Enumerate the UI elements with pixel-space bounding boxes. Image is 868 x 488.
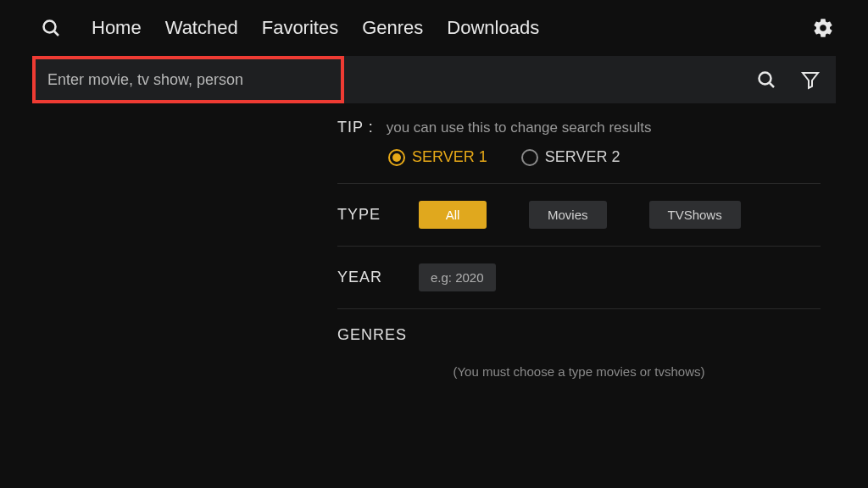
- divider: [337, 183, 821, 184]
- type-movies-button[interactable]: Movies: [529, 201, 607, 229]
- svg-line-1: [54, 31, 58, 36]
- tip-label: TIP :: [337, 119, 374, 136]
- search-input-highlight: [32, 56, 344, 103]
- nav-home[interactable]: Home: [92, 17, 142, 39]
- nav-favorites[interactable]: Favorites: [262, 17, 338, 39]
- nav-watched[interactable]: Watched: [165, 17, 238, 39]
- type-tvshows-button[interactable]: TVShows: [649, 201, 741, 229]
- genres-label: GENRES: [337, 326, 419, 344]
- search-submit-icon[interactable]: [756, 69, 776, 90]
- gear-icon[interactable]: [812, 17, 834, 39]
- server-1-radio[interactable]: SERVER 1: [388, 148, 487, 166]
- search-icon[interactable]: [41, 18, 61, 38]
- type-label: TYPE: [337, 206, 419, 224]
- tip-line: TIP : you can use this to change search …: [337, 119, 821, 136]
- nav-downloads[interactable]: Downloads: [447, 17, 539, 39]
- year-label: YEAR: [337, 269, 419, 286]
- tip-text: you can use this to change search result…: [387, 119, 652, 136]
- search-bar: [32, 56, 836, 103]
- filter-panel: TIP : you can use this to change search …: [337, 119, 821, 379]
- server-1-label: SERVER 1: [412, 148, 487, 166]
- divider: [337, 308, 821, 309]
- server-2-label: SERVER 2: [545, 148, 620, 166]
- year-row: YEAR e.g: 2020: [337, 263, 821, 291]
- server-2-radio[interactable]: SERVER 2: [521, 148, 620, 166]
- divider: [337, 246, 821, 247]
- filter-icon[interactable]: [800, 69, 821, 90]
- svg-point-0: [44, 21, 56, 33]
- svg-marker-4: [803, 73, 818, 88]
- genres-note: (You must choose a type movies or tvshow…: [337, 364, 821, 379]
- svg-line-3: [770, 83, 774, 87]
- year-input[interactable]: e.g: 2020: [419, 263, 496, 291]
- server-row: SERVER 1 SERVER 2: [388, 148, 821, 166]
- nav-genres[interactable]: Genres: [362, 17, 423, 39]
- svg-point-2: [760, 73, 771, 85]
- top-nav: Home Watched Favorites Genres Downloads: [0, 0, 868, 56]
- type-all-button[interactable]: All: [419, 201, 487, 229]
- search-input[interactable]: [47, 71, 329, 89]
- type-row: TYPE All Movies TVShows: [337, 201, 821, 229]
- genres-row: GENRES: [337, 326, 821, 344]
